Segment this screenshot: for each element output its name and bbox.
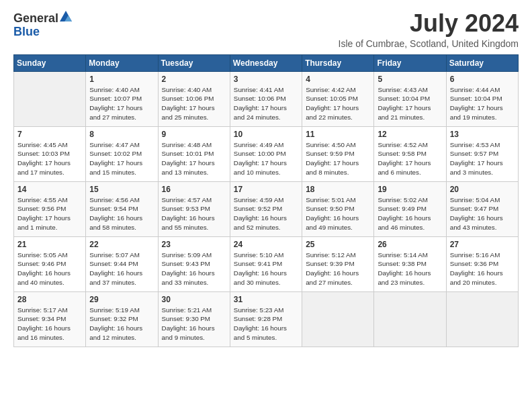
day-number: 27 (450, 240, 515, 249)
week-row-3: 14Sunrise: 4:55 AM Sunset: 9:56 PM Dayli… (14, 181, 519, 236)
cell-w2-d5: 19Sunrise: 5:02 AM Sunset: 9:49 PM Dayli… (374, 181, 446, 236)
day-number: 31 (234, 295, 298, 304)
cell-w1-d1: 8Sunrise: 4:47 AM Sunset: 10:02 PM Dayli… (86, 126, 158, 181)
header-sunday: Sunday (14, 54, 86, 71)
logo-icon (60, 10, 72, 22)
day-number: 25 (306, 240, 370, 249)
header-tuesday: Tuesday (158, 54, 230, 71)
day-number: 2 (162, 75, 226, 84)
cell-w3-d0: 21Sunrise: 5:05 AM Sunset: 9:46 PM Dayli… (14, 236, 86, 291)
day-info: Sunrise: 4:47 AM Sunset: 10:02 PM Daylig… (89, 140, 154, 177)
day-number: 26 (378, 240, 442, 249)
cell-w4-d4 (302, 291, 374, 347)
day-number: 16 (162, 185, 226, 194)
cell-w3-d1: 22Sunrise: 5:07 AM Sunset: 9:44 PM Dayli… (86, 236, 158, 291)
day-info: Sunrise: 5:02 AM Sunset: 9:49 PM Dayligh… (378, 195, 442, 232)
day-number: 7 (17, 130, 82, 139)
day-info: Sunrise: 5:09 AM Sunset: 9:43 PM Dayligh… (162, 250, 226, 287)
cell-w4-d3: 31Sunrise: 5:23 AM Sunset: 9:28 PM Dayli… (230, 291, 302, 347)
month-title: July 2024 (339, 10, 519, 37)
cell-w1-d6: 13Sunrise: 4:53 AM Sunset: 9:57 PM Dayli… (446, 126, 518, 181)
day-number: 20 (450, 185, 515, 194)
day-info: Sunrise: 5:17 AM Sunset: 9:34 PM Dayligh… (17, 306, 82, 342)
day-number: 9 (162, 130, 226, 139)
cell-w2-d4: 18Sunrise: 5:01 AM Sunset: 9:50 PM Dayli… (302, 181, 374, 236)
cell-w1-d5: 12Sunrise: 4:52 AM Sunset: 9:58 PM Dayli… (374, 126, 446, 181)
day-info: Sunrise: 5:07 AM Sunset: 9:44 PM Dayligh… (89, 250, 154, 287)
day-info: Sunrise: 4:43 AM Sunset: 10:04 PM Daylig… (378, 85, 442, 122)
day-info: Sunrise: 5:12 AM Sunset: 9:39 PM Dayligh… (306, 250, 370, 287)
week-row-4: 21Sunrise: 5:05 AM Sunset: 9:46 PM Dayli… (14, 236, 519, 291)
day-info: Sunrise: 4:44 AM Sunset: 10:04 PM Daylig… (450, 85, 515, 122)
day-info: Sunrise: 4:45 AM Sunset: 10:03 PM Daylig… (17, 140, 82, 177)
cell-w4-d6 (446, 291, 518, 347)
day-info: Sunrise: 4:48 AM Sunset: 10:01 PM Daylig… (162, 140, 226, 177)
cell-w4-d5 (374, 291, 446, 347)
cell-w3-d5: 26Sunrise: 5:14 AM Sunset: 9:38 PM Dayli… (374, 236, 446, 291)
weekday-header-row: Sunday Monday Tuesday Wednesday Thursday… (14, 54, 519, 71)
cell-w0-d2: 2Sunrise: 4:40 AM Sunset: 10:06 PM Dayli… (158, 71, 230, 126)
header: General Blue July 2024 Isle of Cumbrae, … (13, 10, 519, 49)
day-number: 29 (89, 295, 154, 304)
calendar-table: Sunday Monday Tuesday Wednesday Thursday… (13, 54, 519, 347)
cell-w0-d0 (14, 71, 86, 126)
day-number: 19 (378, 185, 442, 194)
logo-general-text: General (13, 11, 58, 25)
cell-w0-d1: 1Sunrise: 4:40 AM Sunset: 10:07 PM Dayli… (86, 71, 158, 126)
day-number: 14 (17, 185, 82, 194)
day-number: 12 (378, 130, 442, 139)
header-monday: Monday (86, 54, 158, 71)
day-info: Sunrise: 5:01 AM Sunset: 9:50 PM Dayligh… (306, 195, 370, 232)
week-row-2: 7Sunrise: 4:45 AM Sunset: 10:03 PM Dayli… (14, 126, 519, 181)
day-info: Sunrise: 4:40 AM Sunset: 10:07 PM Daylig… (89, 85, 154, 122)
day-info: Sunrise: 4:41 AM Sunset: 10:06 PM Daylig… (234, 85, 298, 122)
cell-w1-d3: 10Sunrise: 4:49 AM Sunset: 10:00 PM Dayl… (230, 126, 302, 181)
title-area: July 2024 Isle of Cumbrae, Scotland, Uni… (339, 10, 519, 49)
day-info: Sunrise: 5:05 AM Sunset: 9:46 PM Dayligh… (17, 250, 82, 287)
day-number: 1 (89, 75, 154, 84)
day-number: 17 (234, 185, 298, 194)
day-info: Sunrise: 5:23 AM Sunset: 9:28 PM Dayligh… (234, 306, 298, 342)
day-info: Sunrise: 4:42 AM Sunset: 10:05 PM Daylig… (306, 85, 370, 122)
location-subtitle: Isle of Cumbrae, Scotland, United Kingdo… (339, 38, 519, 49)
day-info: Sunrise: 5:21 AM Sunset: 9:30 PM Dayligh… (162, 306, 226, 342)
cell-w1-d4: 11Sunrise: 4:50 AM Sunset: 9:59 PM Dayli… (302, 126, 374, 181)
day-number: 15 (89, 185, 154, 194)
day-number: 13 (450, 130, 515, 139)
day-info: Sunrise: 4:55 AM Sunset: 9:56 PM Dayligh… (17, 195, 82, 232)
day-info: Sunrise: 5:14 AM Sunset: 9:38 PM Dayligh… (378, 250, 442, 287)
day-number: 23 (162, 240, 226, 249)
page: General Blue July 2024 Isle of Cumbrae, … (0, 0, 532, 411)
cell-w0-d3: 3Sunrise: 4:41 AM Sunset: 10:06 PM Dayli… (230, 71, 302, 126)
day-number: 3 (234, 75, 298, 84)
day-number: 30 (162, 295, 226, 304)
cell-w4-d1: 29Sunrise: 5:19 AM Sunset: 9:32 PM Dayli… (86, 291, 158, 347)
header-saturday: Saturday (446, 54, 518, 71)
cell-w4-d0: 28Sunrise: 5:17 AM Sunset: 9:34 PM Dayli… (14, 291, 86, 347)
day-info: Sunrise: 4:49 AM Sunset: 10:00 PM Daylig… (234, 140, 298, 177)
header-thursday: Thursday (302, 54, 374, 71)
day-number: 21 (17, 240, 82, 249)
day-number: 8 (89, 130, 154, 139)
day-number: 28 (17, 295, 82, 304)
day-info: Sunrise: 5:16 AM Sunset: 9:36 PM Dayligh… (450, 250, 515, 287)
cell-w3-d6: 27Sunrise: 5:16 AM Sunset: 9:36 PM Dayli… (446, 236, 518, 291)
day-info: Sunrise: 4:50 AM Sunset: 9:59 PM Dayligh… (306, 140, 370, 177)
header-friday: Friday (374, 54, 446, 71)
day-number: 18 (306, 185, 370, 194)
day-info: Sunrise: 5:19 AM Sunset: 9:32 PM Dayligh… (89, 306, 154, 342)
day-number: 24 (234, 240, 298, 249)
header-wednesday: Wednesday (230, 54, 302, 71)
cell-w0-d5: 5Sunrise: 4:43 AM Sunset: 10:04 PM Dayli… (374, 71, 446, 126)
cell-w3-d4: 25Sunrise: 5:12 AM Sunset: 9:39 PM Dayli… (302, 236, 374, 291)
day-info: Sunrise: 4:57 AM Sunset: 9:53 PM Dayligh… (162, 195, 226, 232)
day-info: Sunrise: 4:40 AM Sunset: 10:06 PM Daylig… (162, 85, 226, 122)
day-info: Sunrise: 5:04 AM Sunset: 9:47 PM Dayligh… (450, 195, 515, 232)
day-info: Sunrise: 4:59 AM Sunset: 9:52 PM Dayligh… (234, 195, 298, 232)
cell-w3-d3: 24Sunrise: 5:10 AM Sunset: 9:41 PM Dayli… (230, 236, 302, 291)
cell-w0-d4: 4Sunrise: 4:42 AM Sunset: 10:05 PM Dayli… (302, 71, 374, 126)
cell-w3-d2: 23Sunrise: 5:09 AM Sunset: 9:43 PM Dayli… (158, 236, 230, 291)
day-number: 6 (450, 75, 515, 84)
day-number: 4 (306, 75, 370, 84)
cell-w2-d0: 14Sunrise: 4:55 AM Sunset: 9:56 PM Dayli… (14, 181, 86, 236)
